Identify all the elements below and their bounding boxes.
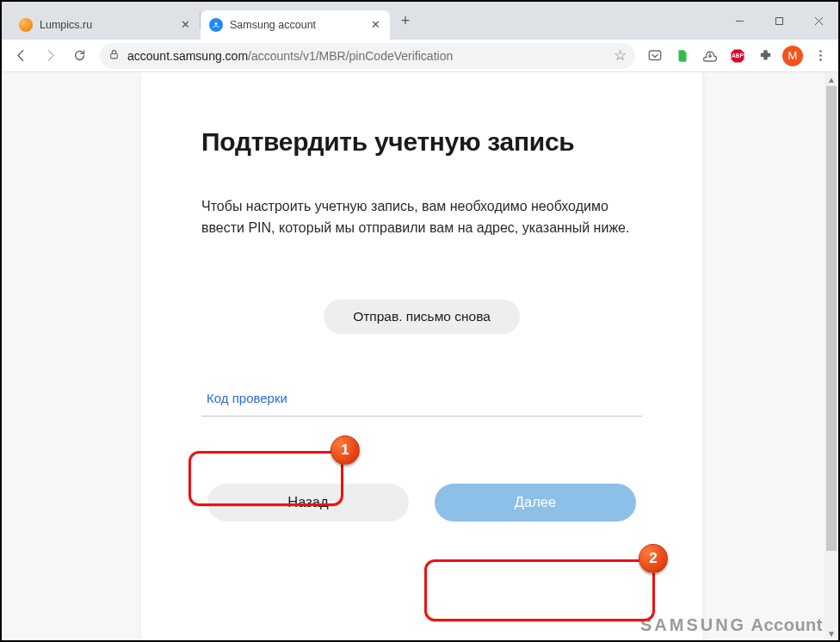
new-tab-button[interactable]: + — [393, 9, 417, 33]
window-titlebar: Lumpics.ru ✕ Samsung account ✕ + — [2, 2, 838, 40]
extension-evernote-icon[interactable] — [670, 43, 695, 69]
reload-button[interactable] — [65, 42, 93, 70]
extension-download-icon[interactable] — [697, 43, 723, 69]
url-domain: account.samsung.com — [127, 49, 248, 63]
tab-title: Lumpics.ru — [40, 19, 179, 31]
brand-footer: SAMSUNG Account — [640, 615, 823, 635]
close-tab-icon[interactable]: ✕ — [179, 19, 191, 31]
favicon-samsung-icon — [209, 18, 223, 32]
tab-lumpics[interactable]: Lumpics.ru ✕ — [10, 10, 200, 40]
address-bar[interactable]: account.samsung.com/accounts/v1/MBR/pinC… — [100, 43, 635, 69]
extension-pocket-icon[interactable] — [642, 43, 668, 69]
url-path: /accounts/v1/MBR/pinCodeVerification — [248, 49, 453, 63]
code-field-group: Код проверки — [201, 387, 642, 417]
svg-rect-5 — [111, 53, 118, 58]
scroll-thumb[interactable] — [826, 86, 837, 551]
forward-button[interactable] — [36, 42, 64, 70]
tab-title: Samsung account — [230, 19, 369, 31]
next-button-page[interactable]: Далее — [435, 484, 636, 522]
back-button[interactable] — [7, 42, 34, 70]
avatar-letter: M — [782, 46, 803, 66]
page-heading: Подтвердить учетную запись — [201, 127, 642, 157]
svg-point-0 — [215, 22, 218, 25]
browser-toolbar: account.samsung.com/accounts/v1/MBR/pinC… — [2, 40, 838, 72]
extensions-menu-icon[interactable] — [752, 43, 778, 69]
extension-adblock-icon[interactable]: ABP — [725, 43, 750, 69]
svg-rect-2 — [775, 17, 782, 24]
profile-avatar[interactable]: M — [780, 43, 806, 69]
favicon-lumpics-icon — [19, 18, 33, 32]
close-window-button[interactable] — [799, 2, 838, 40]
svg-text:ABP: ABP — [732, 52, 744, 59]
verification-code-input[interactable] — [201, 387, 642, 417]
svg-rect-6 — [649, 51, 661, 60]
tab-strip: Lumpics.ru ✕ Samsung account ✕ + — [2, 2, 417, 40]
window-controls — [720, 2, 838, 40]
tab-samsung-account[interactable]: Samsung account ✕ — [201, 10, 390, 40]
scroll-up-icon[interactable]: ▲ — [825, 72, 838, 86]
close-tab-icon[interactable]: ✕ — [369, 19, 381, 31]
page-description: Чтобы настроить учетную запись, вам необ… — [201, 196, 642, 239]
minimize-button[interactable] — [720, 2, 759, 40]
back-button-page[interactable]: Назад — [207, 484, 409, 522]
svg-point-10 — [819, 54, 822, 57]
browser-menu-icon[interactable] — [807, 43, 833, 69]
vertical-scrollbar[interactable]: ▲ ▼ — [825, 72, 838, 640]
scroll-down-icon[interactable]: ▼ — [825, 627, 838, 640]
verify-card: Подтвердить учетную запись Чтобы настрои… — [141, 72, 702, 640]
lock-icon — [108, 49, 120, 63]
resend-email-button[interactable]: Отправ. письмо снова — [324, 299, 520, 334]
svg-point-9 — [819, 50, 822, 52]
svg-point-11 — [819, 59, 822, 61]
page-viewport: Подтвердить учетную запись Чтобы настрои… — [2, 72, 838, 640]
maximize-button[interactable] — [759, 2, 799, 40]
bookmark-star-icon[interactable]: ☆ — [614, 46, 627, 65]
action-row: Назад Далее — [201, 484, 642, 522]
